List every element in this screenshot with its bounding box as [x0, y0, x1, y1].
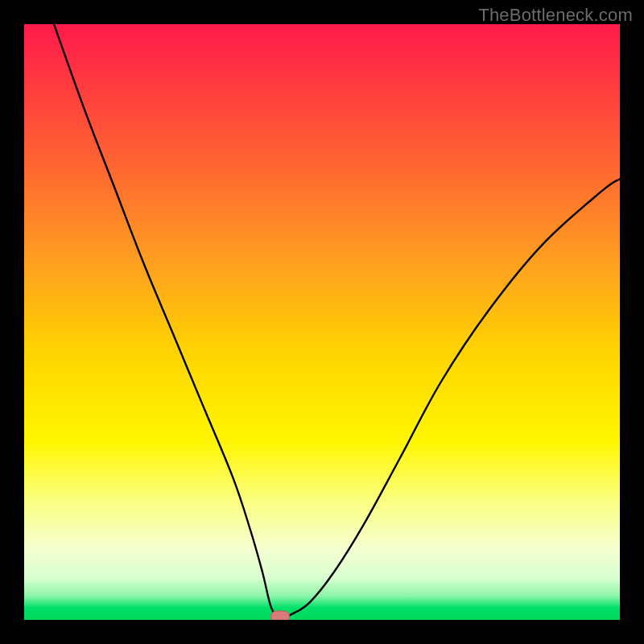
chart-frame: TheBottleneck.com: [0, 0, 644, 644]
watermark-text: TheBottleneck.com: [478, 5, 633, 26]
bottleneck-curve: [54, 24, 620, 617]
plot-area: [24, 24, 620, 620]
optimal-point-marker: [270, 611, 290, 620]
curve-layer: [24, 24, 620, 620]
